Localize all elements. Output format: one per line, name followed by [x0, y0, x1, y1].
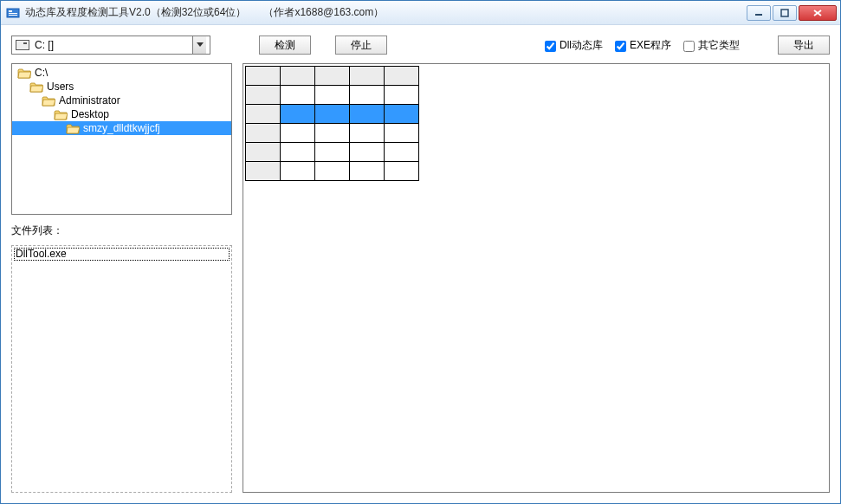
grid-cell[interactable] [385, 86, 419, 105]
tree-node-label: smzy_dlldtkwjjcfj [83, 122, 160, 134]
grid-cell[interactable] [315, 86, 350, 105]
tree-node[interactable]: smzy_dlldtkwjjcfj [12, 121, 231, 135]
grid-col-header[interactable] [315, 67, 350, 86]
grid-cell[interactable] [315, 162, 350, 181]
check-dll[interactable]: Dll动态库 [545, 38, 603, 53]
results-panel[interactable] [243, 63, 830, 493]
grid-cell[interactable] [385, 105, 419, 124]
grid-cell[interactable] [281, 105, 315, 124]
tree-node[interactable]: C:\ [12, 66, 231, 80]
top-toolbar: C: [] 检测 停止 Dll动态库 EXE程序 [11, 34, 830, 56]
left-column: C:\ Users Administrator Desktop smzy_dll… [11, 63, 232, 493]
drive-text: C: [] [35, 39, 192, 51]
grid-cell[interactable] [350, 162, 385, 181]
grid-cell[interactable] [350, 143, 385, 162]
filelist-label: 文件列表： [11, 223, 232, 238]
svg-rect-1 [9, 10, 12, 12]
grid-cell[interactable] [315, 124, 350, 143]
grid-cell[interactable] [385, 124, 419, 143]
file-list[interactable]: DllTool.exe [11, 245, 232, 493]
tree-node[interactable]: Administrator [12, 94, 231, 107]
client-area: C: [] 检测 停止 Dll动态库 EXE程序 [1, 25, 840, 503]
window-buttons [747, 5, 837, 21]
check-other[interactable]: 其它类型 [683, 38, 740, 53]
grid-cell[interactable] [281, 162, 315, 181]
check-exe[interactable]: EXE程序 [615, 38, 671, 53]
tree-node-label: Users [47, 81, 74, 93]
check-other-input[interactable] [683, 41, 695, 52]
folder-icon [17, 68, 31, 79]
check-exe-input[interactable] [615, 41, 626, 52]
check-exe-label: EXE程序 [630, 38, 671, 53]
grid-row-header[interactable] [246, 124, 281, 143]
grid-cell[interactable] [350, 105, 385, 124]
folder-icon [42, 95, 55, 107]
grid-cell[interactable] [315, 105, 350, 124]
grid-cell[interactable] [350, 124, 385, 143]
grid-cell[interactable] [385, 143, 419, 162]
grid-col-header[interactable] [281, 67, 315, 86]
minimize-button[interactable] [747, 5, 771, 21]
tree-node-label: Desktop [71, 108, 109, 120]
check-dll-label: Dll动态库 [560, 38, 603, 53]
results-grid[interactable] [245, 66, 419, 181]
tree-node[interactable]: Users [12, 80, 231, 94]
svg-rect-3 [9, 15, 17, 16]
grid-cell[interactable] [281, 86, 315, 105]
grid-col-header[interactable] [350, 67, 385, 86]
grid-cell[interactable] [350, 86, 385, 105]
svg-marker-8 [197, 42, 204, 47]
detect-button[interactable]: 检测 [259, 36, 311, 55]
grid-row-header[interactable] [246, 162, 281, 181]
titlebar[interactable]: 动态库及程度检测工具V2.0（检测32位或64位） （作者x1688@163.c… [1, 1, 840, 25]
grid-col-header[interactable] [385, 67, 419, 86]
tree-node[interactable]: Desktop [12, 107, 231, 121]
export-button[interactable]: 导出 [778, 36, 830, 55]
folder-tree[interactable]: C:\ Users Administrator Desktop smzy_dll… [11, 63, 232, 215]
grid-cell[interactable] [281, 143, 315, 162]
check-dll-input[interactable] [545, 41, 556, 52]
folder-icon [29, 81, 43, 93]
check-other-label: 其它类型 [698, 38, 740, 53]
stop-button[interactable]: 停止 [335, 36, 387, 55]
grid-cell[interactable] [281, 124, 315, 143]
drive-combobox[interactable]: C: [] [11, 36, 210, 55]
list-item[interactable]: DllTool.exe [14, 248, 230, 261]
app-window: 动态库及程度检测工具V2.0（检测32位或64位） （作者x1688@163.c… [0, 0, 841, 504]
grid-cell[interactable] [315, 143, 350, 162]
window-title: 动态库及程度检测工具V2.0（检测32位或64位） （作者x1688@163.c… [25, 5, 384, 20]
app-icon [6, 6, 20, 20]
svg-rect-5 [781, 10, 788, 16]
chevron-down-icon[interactable] [192, 36, 206, 54]
grid-row-header[interactable] [246, 86, 281, 105]
filter-checks: Dll动态库 EXE程序 其它类型 导出 [545, 36, 830, 55]
grid-cell[interactable] [385, 162, 419, 181]
grid-corner [246, 67, 281, 86]
main-row: C:\ Users Administrator Desktop smzy_dll… [11, 63, 830, 493]
grid-row-header[interactable] [246, 105, 281, 124]
folder-icon [66, 123, 80, 134]
tree-node-label: Administrator [59, 94, 120, 107]
svg-rect-2 [9, 13, 17, 14]
grid-row-header[interactable] [246, 143, 281, 162]
folder-icon [54, 109, 68, 120]
close-button[interactable] [799, 5, 837, 21]
maximize-button[interactable] [773, 5, 797, 21]
tree-node-label: C:\ [35, 67, 48, 79]
drive-icon [16, 40, 29, 50]
